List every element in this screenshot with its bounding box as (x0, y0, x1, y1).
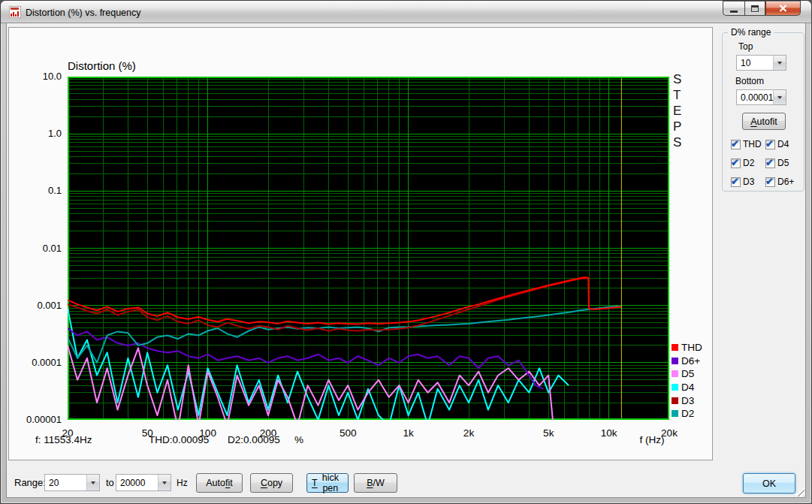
d-range-group-title: D% range (728, 27, 774, 38)
checkbox-box[interactable] (765, 177, 775, 187)
chevron-down-icon (777, 62, 782, 65)
range-label: Range: (14, 477, 46, 488)
checkbox-label: D5 (777, 158, 789, 168)
top-label: Top (738, 41, 753, 52)
legend-label: THD (681, 342, 702, 353)
copy-button[interactable]: Copy (250, 473, 293, 493)
dropdown-button[interactable] (773, 56, 786, 70)
range-from-select[interactable]: 20 (44, 474, 100, 491)
checkbox-d6plus[interactable]: D6+ (765, 177, 794, 187)
legend-swatch (672, 410, 678, 417)
plot-legend: THDD6+D5D4D3D2 (672, 341, 702, 421)
maximize-button[interactable] (744, 1, 765, 16)
series-thd (68, 277, 621, 324)
steps-watermark: STEPS (673, 71, 681, 150)
legend-swatch (672, 358, 678, 364)
y-tick-label: 0.0001 (14, 357, 62, 369)
y-tick-label: 0.1 (14, 185, 62, 197)
legend-item-d2: D2 (672, 407, 702, 421)
y-tick-label: 10.0 (14, 71, 62, 83)
checkbox-d4[interactable]: D4 (765, 139, 794, 149)
bottom-toolbar: Range: 20 to 20000 Hz Autofit Copy Thick… (7, 472, 805, 496)
minimize-icon (730, 11, 738, 13)
legend-swatch (672, 384, 678, 391)
ok-button[interactable]: OK (743, 473, 795, 493)
dialog-client-area: Distortion (%) 10.01.00.10.010.0010.0001… (7, 23, 805, 497)
autofit-button[interactable]: Autofit (196, 473, 243, 493)
y-tick-label: 1.0 (14, 128, 62, 140)
y-tick-label: 0.00001 (14, 414, 62, 426)
cursor-frequency: f: 11553.4Hz (35, 434, 92, 445)
bottom-label: Bottom (735, 76, 764, 86)
legend-swatch (672, 370, 678, 377)
dropdown-button[interactable] (158, 475, 171, 490)
legend-item-d5: D5 (672, 367, 702, 381)
chevron-down-icon (91, 481, 95, 484)
chevron-down-icon (162, 481, 167, 484)
thick-pen-toggle[interactable]: Thick pen (306, 473, 349, 493)
d-range-group: D% range Top 10 Bottom 0.00001 Autofit T… (722, 32, 804, 192)
watermark-letter: S (673, 71, 681, 87)
to-label: to (106, 477, 114, 488)
autofit-range-button[interactable]: Autofit (742, 113, 786, 130)
minimize-button[interactable] (723, 1, 744, 16)
watermark-letter: T (673, 87, 681, 103)
x-axis-label: f (Hz) (625, 434, 679, 445)
checkbox-label: D6+ (777, 177, 794, 187)
legend-item-d6plus: D6+ (672, 355, 702, 368)
curve-checkbox-grid: THDD4D2D5D3D6+ (731, 139, 794, 187)
bottom-range-value: 0.00001 (737, 92, 773, 103)
checkbox-box[interactable] (765, 158, 775, 168)
checkbox-d3[interactable]: D3 (731, 177, 765, 187)
window-title: Distortion (%) vs. frequency (26, 8, 141, 18)
hz-unit-label: Hz (177, 478, 188, 488)
checkbox-label: D2 (743, 158, 754, 168)
checkbox-d5[interactable]: D5 (765, 158, 794, 168)
legend-item-thd: THD (672, 341, 702, 355)
legend-label: D4 (681, 382, 694, 393)
dialog-window: Distortion (%) vs. frequency Distortion … (0, 0, 812, 504)
close-icon (779, 5, 787, 12)
top-range-select[interactable]: 10 (736, 55, 786, 71)
checkbox-label: D4 (777, 139, 789, 149)
app-icon (9, 6, 21, 18)
top-range-value: 10 (737, 58, 773, 68)
chart-title: Distortion (%) (68, 59, 136, 72)
checkbox-box[interactable] (765, 140, 775, 149)
close-button[interactable] (765, 1, 801, 16)
steps-app-icon (10, 7, 20, 17)
checkbox-label: THD (743, 139, 762, 149)
y-tick-label: 0.01 (14, 243, 62, 255)
cursor-unit: % (294, 434, 303, 445)
bottom-range-select[interactable]: 0.00001 (736, 89, 786, 105)
distortion-plot[interactable] (68, 77, 669, 420)
checkbox-thd[interactable]: THD (731, 139, 765, 149)
legend-label: D2 (681, 408, 694, 419)
range-to-select[interactable]: 20000 (116, 474, 171, 491)
range-from-value: 20 (45, 478, 86, 488)
caption-buttons (723, 1, 801, 16)
title-bar[interactable]: Distortion (%) vs. frequency (1, 1, 811, 23)
checkbox-box[interactable] (731, 158, 741, 168)
legend-label: D6+ (681, 355, 700, 367)
dropdown-button[interactable] (773, 90, 786, 104)
cursor-d2-value: D2:0.00095 (228, 434, 280, 445)
legend-item-d4: D4 (672, 381, 702, 394)
checkbox-d2[interactable]: D2 (731, 158, 765, 168)
cursor-thd-value: THD:0.00095 (149, 434, 209, 445)
dropdown-button[interactable] (86, 475, 99, 490)
legend-item-d3: D3 (672, 394, 702, 407)
watermark-letter: S (673, 134, 681, 150)
checkbox-box[interactable] (731, 140, 741, 149)
maximize-icon (751, 5, 759, 12)
checkbox-box[interactable] (731, 177, 741, 187)
legend-swatch (672, 344, 678, 351)
watermark-letter: P (673, 119, 681, 134)
watermark-letter: E (673, 103, 681, 119)
checkbox-label: D3 (743, 177, 754, 187)
legend-swatch (672, 397, 678, 404)
legend-label: D3 (681, 395, 694, 406)
cursor-readout: f: 11553.4Hz THD:0.00095 D2:0.00095 % (9, 434, 712, 448)
bw-toggle[interactable]: B/W (354, 473, 397, 493)
range-to-value: 20000 (116, 478, 158, 488)
